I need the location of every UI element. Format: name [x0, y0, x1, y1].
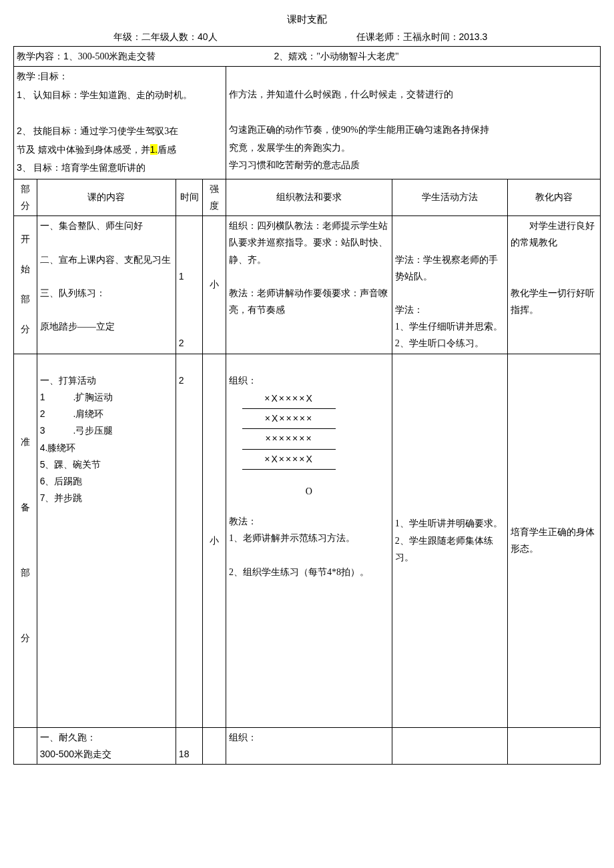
- prep-part: 准备部分: [14, 354, 37, 727]
- g-skill-l3: 盾感: [158, 145, 176, 155]
- start-content: 一、集合整队、师生问好 二、宣布上课内容、支配见习生 三、队列练习： 原地踏步—…: [37, 216, 176, 354]
- prep-intensity: 小: [203, 354, 226, 727]
- p-act1: 1、学生听讲并明确要求。: [395, 518, 503, 528]
- g-l2: 2、: [17, 125, 31, 136]
- start-org: 组织：四列横队教法：老师提示学生站队要求并巡察指导。要求：站队时快、静、齐。 教…: [226, 216, 392, 354]
- goals-right: 作方法，并知道什么时候跑，什么时候走，交替进行的 匀速跑正确的动作节奏，使90%…: [226, 67, 601, 179]
- g-cog-label: 认知目标：: [33, 90, 80, 100]
- teacher-label: 任课老师：: [356, 31, 403, 43]
- g-skill-l1: 通过学习使学生驾驭3在: [80, 126, 178, 136]
- prep-activity: 1、学生听讲并明确要求。 2、学生跟随老师集体练习。: [392, 354, 507, 727]
- main-intensity: [203, 727, 226, 764]
- prep-org: 组织： ×X××××X ×X××××× ××××××× ×X××××X O 教法…: [226, 354, 392, 727]
- goals-left: 教学 :目标： 1、 认知目标：学生知道跑、走的动时机。 2、 技能目标：通过学…: [14, 67, 226, 179]
- col-content: 课的内容: [37, 179, 176, 215]
- p-c7: 7、并步跳: [40, 492, 83, 503]
- d-row-1: ×X××××X: [242, 389, 336, 409]
- p-c4: 4.膝绕环: [40, 442, 76, 453]
- main-edu: [508, 727, 601, 764]
- s-t1: 1: [179, 271, 184, 282]
- g-l1: 1、: [17, 89, 31, 100]
- p-orgh: 组织：: [229, 376, 257, 386]
- s-edu1: 对学生进行良好的常规教化: [511, 221, 595, 248]
- m-orgh: 组织：: [229, 733, 257, 743]
- s-c3: 三、队列练习：: [40, 288, 105, 298]
- start-edu: 对学生进行良好的常规教化 教化学生一切行好听指挥。: [508, 216, 601, 354]
- g-l4: 3、: [17, 162, 31, 173]
- p-c5: 5、踝、碗关节: [40, 459, 101, 470]
- s-act2-1: 1、学生仔细听讲并思索。: [395, 322, 503, 332]
- g-skill-l2: 嬉戏中体验到身体感受，并: [38, 145, 150, 155]
- col-intensity: 强度: [203, 179, 226, 215]
- col-edu: 教化内容: [508, 179, 601, 215]
- grade-value: 二年级: [141, 31, 170, 43]
- s-act1: 学法：学生视察老师的手势站队。: [395, 255, 498, 282]
- start-activity: 学法：学生视察老师的手势站队。 学法： 1、学生仔细听讲并思索。 2、学生听口令…: [392, 216, 507, 354]
- g-moral-label: 目标：: [33, 163, 61, 173]
- tc-1: 300-500米跑走交替: [78, 51, 156, 61]
- s-c4: 原地踏步——立定: [40, 322, 115, 332]
- p-org2-2: 2、组织学生练习（每节4*8拍）。: [229, 567, 369, 577]
- g-cog-r: 作方法，并知道什么时候跑，什么时候走，交替进行的: [229, 89, 453, 99]
- p-c2: 2 .肩绕环: [40, 408, 104, 419]
- grade-label: 年级：: [113, 31, 141, 43]
- p-act2: 2、学生跟随老师集体练习。: [395, 536, 493, 562]
- time-label: 时间：: [431, 31, 459, 43]
- s-edu2: 教化学生一切行好听指挥。: [511, 288, 595, 315]
- g-moral-r: 学习习惯和吃苦耐劳的意志品质: [229, 160, 360, 170]
- g-l3: 节及: [17, 145, 35, 155]
- d-row-3: ×××××××: [242, 429, 336, 449]
- g-skill-label: 技能目标：: [33, 126, 80, 136]
- p-c3: 3 .弓步压腿: [40, 425, 113, 436]
- p-c1: 1 .扩胸运动: [40, 392, 113, 402]
- tc-n2: 2、: [274, 51, 288, 61]
- count-unit: 人: [208, 31, 218, 43]
- start-part: 开始部分: [14, 216, 37, 354]
- lesson-plan-table: 教学内容：1、300-500米跑走交替 2、嬉戏："小动物智斗大老虎" 教学 :…: [13, 46, 601, 765]
- start-time: 12: [176, 216, 202, 354]
- p-t: 2: [179, 375, 184, 386]
- d-row-4: ×X××××X: [242, 450, 336, 470]
- highlight-text: 1.: [150, 144, 158, 155]
- teacher-circle-icon: O: [229, 483, 389, 500]
- s-c2: 二、宣布上课内容、支配见习生: [40, 255, 171, 265]
- p-c6: 6、后踢跑: [40, 476, 83, 486]
- col-time: 时间: [176, 179, 202, 215]
- main-activity: [392, 727, 507, 764]
- prep-edu: 培育学生正确的身体形态。: [508, 354, 601, 727]
- g-moral-l: 培育学生留意听讲的: [61, 163, 145, 173]
- time-value: 2013.3: [459, 31, 488, 42]
- s-org1: 组织：四列横队教法：老师提示学生站队要求并巡察指导。要求：站队时快、静、齐。: [229, 221, 388, 264]
- p-org2-1: 1、老师讲解并示范练习方法。: [229, 533, 355, 543]
- page-title: 课时支配: [13, 13, 601, 26]
- start-intensity: 小: [203, 216, 226, 354]
- s-t2: 2: [179, 338, 184, 348]
- g-cog-l: 学生知道跑、走的动时机。: [80, 90, 192, 100]
- s-org2: 教法：老师讲解动作要领要求：声音嘹亮，有节奏感: [229, 288, 388, 315]
- s-c1: 一、集合整队、师生问好: [40, 221, 143, 231]
- count-label: 人数：: [170, 31, 198, 43]
- col-activity: 学生活动方法: [392, 179, 507, 215]
- g-left-label: 教学: [17, 71, 35, 81]
- p-org2h: 教法：: [229, 516, 257, 526]
- g-right-label: :目标：: [38, 71, 69, 81]
- p-ch: 一、打算活动: [40, 376, 96, 386]
- prep-content: 一、打算活动 1 .扩胸运动 2 .肩绕环 3 .弓步压腿 4.膝绕环 5、踝、…: [37, 354, 176, 727]
- g-skill-r2: 究竟，发展学生的奔跑实力。: [229, 143, 350, 153]
- prep-time: 2: [176, 354, 202, 727]
- tc-2: 嬉戏："小动物智斗大老虎": [288, 51, 398, 61]
- teacher-value: 王福永: [403, 31, 431, 43]
- m-ch: 一、耐久跑：: [40, 733, 96, 743]
- tc-label: 教学内容：: [17, 51, 63, 61]
- main-org: 组织：: [226, 727, 392, 764]
- m-c1: 300-500米跑走交: [40, 749, 111, 759]
- count-value: 40: [198, 31, 208, 42]
- s-act2h: 学法：: [395, 305, 423, 315]
- s-act2-2: 2、学生听口令练习。: [395, 338, 484, 348]
- d-row-2: ×X×××××: [242, 409, 336, 429]
- formation-diagram: ×X××××X ×X××××× ××××××× ×X××××X: [242, 389, 336, 470]
- tc-n1: 1、: [63, 51, 78, 61]
- sub-header: 年级：二年级人数：40人 任课老师：王福永时间：2013.3: [13, 31, 601, 43]
- teaching-content-row: 教学内容：1、300-500米跑走交替 2、嬉戏："小动物智斗大老虎": [14, 47, 601, 67]
- main-part: [14, 727, 37, 764]
